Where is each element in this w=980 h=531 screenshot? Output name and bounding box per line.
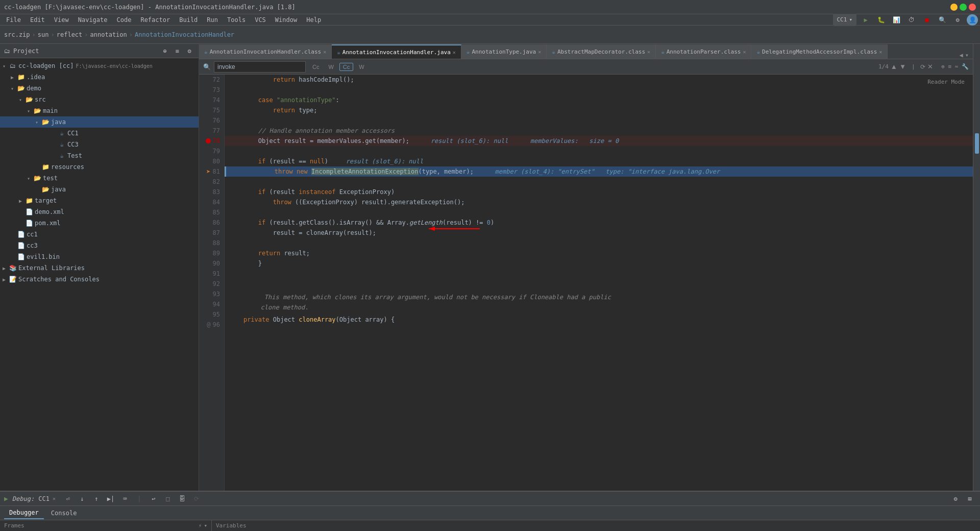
tab-overflow-btn[interactable]: ▾ [965,52,969,59]
sidebar-item-pom-xml[interactable]: 📄 pom.xml [0,218,199,229]
settings-icon[interactable]: ⚙ [951,14,964,26]
close-button[interactable] [969,4,976,11]
stop-button[interactable]: ■ [921,14,933,26]
debug-settings-btn[interactable]: ⚙ [949,493,962,505]
line-num-77: 77 [199,126,224,136]
breadcrumb-reflect[interactable]: reflect [57,31,83,38]
maximize-button[interactable] [960,4,967,11]
frames-settings-btn[interactable]: ▾ [204,522,207,529]
sidebar-item-cc3-file[interactable]: 📄 cc3 [0,240,199,251]
sidebar-item-evil1-bin[interactable]: 📄 evil1.bin [0,251,199,262]
case-sensitive-btn[interactable]: Cc [309,63,323,71]
frames-panel: Frames ⚡ ▾ ▶ *main*@1 in group 'main': R… [0,520,212,531]
search-close-btn[interactable]: ✕ [927,63,933,70]
breadcrumb-class[interactable]: AnnotationInvocationHandler [135,31,234,38]
debug-memory-btn[interactable]: 🗄 [176,493,188,505]
src-zip-label[interactable]: src.zip [4,31,30,38]
search-prev-btn[interactable]: ▲ [891,63,897,70]
tab-debugger[interactable]: Debugger [4,507,44,519]
debug-threads-btn[interactable]: ⬚ [162,493,174,505]
tab-close-icon[interactable]: ✕ [323,49,326,55]
sidebar-item-main[interactable]: ▾ 📂 main [0,105,199,116]
menu-code[interactable]: Code [113,15,136,25]
filter-frames-btn[interactable]: ⚡ [199,522,202,529]
close-session-btn[interactable]: ✕ [53,496,56,501]
sidebar-item-src[interactable]: ▾ 📂 src [0,94,199,105]
sidebar-item-test-folder[interactable]: ▾ 📂 test [0,173,199,184]
line-num-78[interactable]: 78 [199,136,224,146]
search-input[interactable] [214,61,306,73]
debug-evaluate-btn[interactable]: ⌨ [119,493,131,505]
tab-close-icon[interactable]: ✕ [879,49,882,55]
sidebar-item-test-class[interactable]: ☕ Test [0,150,199,161]
sidebar-item-demo[interactable]: ▾ 📂 demo [0,83,199,94]
debug-step-into-btn[interactable]: ↓ [76,493,88,505]
menu-view[interactable]: View [50,15,73,25]
tab-close-icon[interactable]: ✕ [647,49,650,55]
menu-help[interactable]: Help [302,15,325,25]
run-button[interactable]: ▶ [860,14,872,26]
sidebar-item-java[interactable]: ▾ 📂 java [0,116,199,128]
minimize-button[interactable] [950,4,958,11]
menu-vcs[interactable]: VCS [251,15,270,25]
search-everywhere-button[interactable]: 🔍 [936,14,948,26]
debug-run-cursor-btn[interactable]: ▶| [105,493,117,505]
menu-refactor[interactable]: Refactor [136,15,174,25]
sidebar-sync-btn[interactable]: ⊕ [160,46,170,56]
line-num-80: 80 [199,156,224,166]
tab-console[interactable]: Console [46,508,82,519]
tab-abstractmap[interactable]: ☕ AbstractMapDecorator.class ✕ [547,44,656,59]
in-selection-btn[interactable]: W [355,63,368,71]
sidebar-item-demo-xml[interactable]: 📄 demo.xml [0,206,199,218]
sidebar-item-cc1-class[interactable]: ☕ CC1 [0,128,199,139]
scroll-thumb[interactable] [975,133,979,154]
sidebar-item-external-libs[interactable]: ▶ 📚 External Libraries [0,262,199,274]
menu-build[interactable]: Build [175,15,202,25]
recent-files-btn[interactable]: ◀ [960,52,963,59]
right-scrollbar[interactable] [973,44,980,491]
user-icon[interactable]: 👤 [967,14,978,26]
sidebar-item-resources[interactable]: 📁 resources [0,161,199,173]
search-next-btn[interactable]: ▼ [899,63,906,70]
profile-button[interactable]: ⏱ [905,14,918,26]
sidebar-item-cc1-file[interactable]: 📄 cc1 [0,229,199,240]
tab-annotation-type[interactable]: ☕ AnnotationType.java ✕ [461,44,547,59]
debug-session-name[interactable]: CC1 [38,495,50,502]
debug-step-over-btn[interactable]: ⏎ [62,493,74,505]
search-replace-btn[interactable]: ⟳ [920,63,925,70]
sidebar-item-cc3-class[interactable]: ☕ CC3 [0,139,199,150]
sidebar-collapse-btn[interactable]: ≡ [172,46,182,56]
coverage-button[interactable]: 📊 [890,14,902,26]
tab-close-icon[interactable]: ✕ [453,50,456,55]
tab-annotationparser[interactable]: ☕ AnnotationParser.class ✕ [656,44,751,59]
tab-label: AbstractMapDecorator.class [557,49,645,55]
debug-button[interactable]: 🐛 [875,14,887,26]
debug-step-out-btn[interactable]: ↑ [90,493,103,505]
sidebar-item-java-test[interactable]: 📂 java [0,184,199,195]
whole-word-btn[interactable]: W [325,63,337,71]
tab-close-icon[interactable]: ✕ [743,49,746,55]
tab-close-icon[interactable]: ✕ [538,49,541,55]
run-config-dropdown[interactable]: CC1 ▾ [833,14,857,26]
tab-annotation-class[interactable]: ☕ AnnotationInvocationHandler.class ✕ [199,44,332,59]
sidebar-item-target[interactable]: ▶ 📁 target [0,195,199,206]
tab-annotation-java[interactable]: ☕ AnnotationInvocationHandler.java ✕ [332,44,461,59]
menu-run[interactable]: Run [203,15,222,25]
menu-edit[interactable]: Edit [26,15,49,25]
debug-frames-btn[interactable]: ↩ [148,493,160,505]
debug-layout-btn[interactable]: ⊞ [964,493,976,505]
sidebar-settings-btn[interactable]: ⚙ [184,46,194,56]
menu-navigate[interactable]: Navigate [74,15,112,25]
menu-file[interactable]: File [2,15,25,25]
tab-delegating[interactable]: ☕ DelegatingMethodAccessorImpl.class ✕ [751,44,888,59]
regex-btn[interactable]: Cc [339,63,353,71]
code-editor[interactable]: Reader Mode 72 73 74 75 76 77 78 79 80 [199,75,973,491]
sidebar-item-scratches[interactable]: ▶ 📝 Scratches and Consoles [0,274,199,285]
menu-window[interactable]: Window [271,15,301,25]
menu-tools[interactable]: Tools [223,15,250,25]
sidebar-item-ccloadgen[interactable]: ▾ 🗂 cc-loadgen [cc] F:\javasec-env\cc-lo… [0,60,199,71]
sidebar-item-idea[interactable]: ▶ 📁 .idea [0,71,199,83]
breadcrumb-sun[interactable]: sun [38,31,49,38]
breadcrumb-annotation[interactable]: annotation [90,31,127,38]
debug-right-btns: ⚙ ⊞ [949,493,976,505]
